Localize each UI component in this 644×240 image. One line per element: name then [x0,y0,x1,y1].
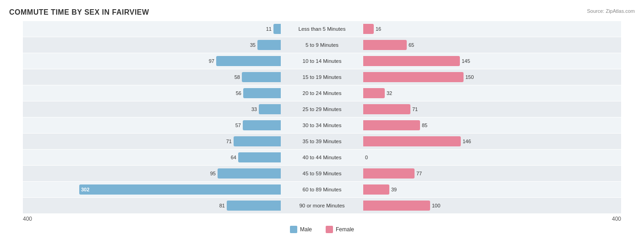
val-male-8: 64 [225,155,236,160]
female-swatch [326,226,333,233]
bar-female-11 [363,201,430,211]
table-row: 9710 to 14 Minutes145 [23,53,621,69]
val-male-2: 97 [203,58,214,64]
val-female-9: 77 [416,171,426,176]
bar-male-3 [242,72,281,82]
val-female-4: 32 [387,90,396,96]
val-female-11: 100 [432,203,441,208]
val-female-6: 85 [422,123,431,128]
bar-female-10 [363,184,389,195]
legend-female: Female [326,226,354,233]
row-label-9: 45 to 59 Minutes [281,171,363,176]
bar-male-5 [259,104,281,114]
bar-male-0 [273,24,281,34]
val-female-2: 145 [462,58,471,64]
val-male-1: 35 [244,42,256,48]
chart-container: COMMUTE TIME BY SEX IN FAIRVIEW Source: … [0,0,644,240]
bar-male-9 [218,168,281,179]
bar-female-1 [363,40,407,50]
row-label-5: 25 to 29 Minutes [281,106,363,112]
bar-female-2 [363,56,460,66]
bar-male-4 [243,88,281,98]
bar-male-11 [227,201,281,211]
bar-female-6 [363,120,420,130]
val-female-8: 0 [365,155,374,160]
legend: Male Female [9,226,635,233]
source-label: Source: ZipAtlas.com [587,8,635,14]
row-label-6: 30 to 34 Minutes [281,123,363,128]
bar-female-5 [363,104,410,114]
table-row: 355 to 9 Minutes65 [23,37,621,53]
table-row: 30260 to 89 Minutes39 [23,182,621,197]
row-label-8: 40 to 44 Minutes [281,155,363,160]
table-row: 5815 to 19 Minutes150 [23,69,621,85]
bar-male-7 [234,136,281,146]
bar-female-9 [363,168,415,179]
row-label-10: 60 to 89 Minutes [281,187,363,192]
val-male-4: 56 [230,90,241,96]
table-row: 11Less than 5 Minutes16 [23,21,621,37]
chart-title: COMMUTE TIME BY SEX IN FAIRVIEW [9,8,635,17]
val-female-7: 146 [463,139,472,144]
row-label-4: 20 to 24 Minutes [281,90,363,96]
male-label: Male [300,226,312,233]
table-row: 5730 to 34 Minutes85 [23,117,621,133]
chart-area: 11Less than 5 Minutes16355 to 9 Minutes6… [9,21,635,222]
val-female-5: 71 [412,106,421,112]
bar-female-0 [363,24,374,34]
val-male-5: 33 [246,106,257,112]
val-male-7: 71 [220,139,232,144]
val-male-11: 81 [213,203,225,208]
table-row: 8190 or more Minutes100 [23,198,621,213]
male-swatch [290,226,297,233]
bar-male-2 [216,56,281,66]
female-label: Female [336,226,354,233]
bar-female-4 [363,88,385,98]
val-female-1: 65 [409,42,418,48]
row-label-3: 15 to 19 Minutes [281,74,363,80]
axis-label-right: 400 [612,216,621,222]
bar-male-10: 302 [79,184,281,195]
rows-wrapper: 11Less than 5 Minutes16355 to 9 Minutes6… [9,21,635,213]
bar-male-6 [243,120,281,130]
bar-male-1 [257,40,281,50]
table-row: 5620 to 24 Minutes32 [23,85,621,101]
bar-male-8 [238,152,281,162]
val-male-6: 57 [229,123,241,128]
val-male-0: 11 [260,26,272,32]
val-male-9: 95 [204,171,216,176]
row-label-7: 35 to 39 Minutes [281,139,363,144]
legend-male: Male [290,226,312,233]
table-row: 9545 to 59 Minutes77 [23,166,621,181]
table-row: 6440 to 44 Minutes0 [23,150,621,165]
bar-female-3 [363,72,464,82]
row-label-0: Less than 5 Minutes [281,26,363,32]
table-row: 3325 to 29 Minutes71 [23,101,621,117]
row-label-2: 10 to 14 Minutes [281,58,363,64]
val-female-3: 150 [465,74,475,80]
row-label-1: 5 to 9 Minutes [281,42,363,48]
val-male-3: 58 [229,74,240,80]
bar-female-7 [363,136,461,146]
row-label-11: 90 or more Minutes [281,203,363,208]
axis-label-left: 400 [23,216,32,222]
table-row: 7135 to 39 Minutes146 [23,134,621,149]
val-female-10: 39 [391,187,400,192]
val-female-0: 16 [376,26,385,32]
